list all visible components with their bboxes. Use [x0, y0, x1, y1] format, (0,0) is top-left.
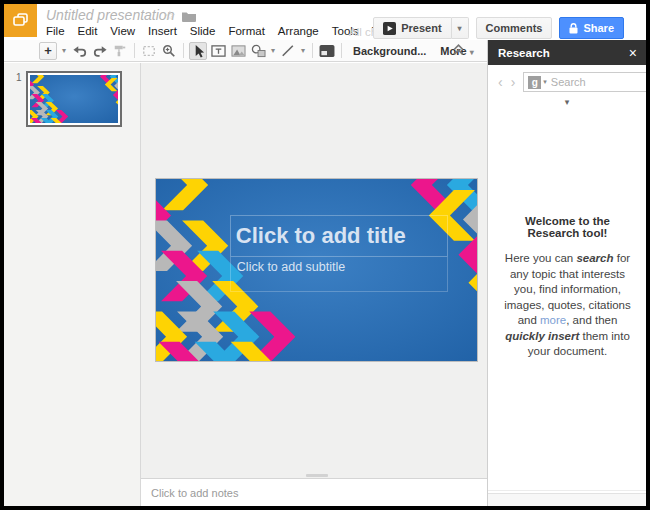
shape-icon [251, 44, 266, 58]
comments-button[interactable]: Comments [476, 17, 553, 39]
search-input[interactable] [551, 76, 650, 88]
cursor-icon [192, 44, 205, 58]
window-frame: Untitled presentation ☆ File Edit View I… [0, 0, 650, 510]
magnifier-icon [162, 44, 176, 58]
line-icon [281, 44, 295, 58]
chevron-down-icon: ▾ [62, 46, 66, 55]
new-slide-dropdown[interactable]: ▾ [59, 42, 69, 60]
menu-item-format[interactable]: Format [228, 25, 264, 37]
title-placeholder[interactable]: Click to add title [230, 215, 448, 257]
notes-placeholder: Click to add notes [151, 487, 238, 499]
research-search-row: ‹ › g ▾ [488, 71, 646, 93]
chevron-down-icon: ▾ [470, 48, 474, 57]
marquee-select-button[interactable] [140, 42, 158, 60]
research-footer-divider [488, 490, 646, 491]
menu-item-view[interactable]: View [110, 25, 135, 37]
subtitle-placeholder[interactable]: Click to add subtitle [230, 257, 448, 292]
google-search-icon[interactable]: g [528, 76, 541, 89]
insert-shape-dropdown[interactable]: ▾ [269, 42, 277, 60]
toolbar-separator [312, 43, 313, 58]
present-button-group: Present ▾ [373, 17, 468, 39]
menu-item-edit[interactable]: Edit [78, 25, 98, 37]
toolbar: + ▾ [4, 40, 487, 62]
new-slide-button[interactable]: + [39, 42, 57, 60]
menu-item-slide[interactable]: Slide [190, 25, 216, 37]
redo-icon [93, 44, 107, 58]
marquee-icon [142, 44, 156, 58]
folder-icon[interactable] [182, 11, 196, 22]
share-button[interactable]: Share [559, 17, 624, 39]
more-link[interactable]: more [540, 314, 566, 326]
image-icon [231, 44, 246, 58]
nav-forward-button[interactable]: › [507, 75, 520, 89]
transition-button[interactable] [318, 42, 336, 60]
toolbar-separator [134, 43, 135, 58]
menu-item-insert[interactable]: Insert [148, 25, 177, 37]
undo-icon [73, 44, 87, 58]
insert-shape-button[interactable] [249, 42, 267, 60]
slide[interactable]: Click to add title Click to add subtitle [155, 178, 478, 362]
text-box-icon [211, 44, 226, 58]
double-chevron-up-icon [452, 43, 465, 56]
search-box: g ▾ [523, 72, 650, 92]
slide-thumbnail[interactable] [26, 71, 122, 127]
header: Untitled presentation ☆ File Edit View I… [4, 4, 646, 40]
menu-item-file[interactable]: File [46, 25, 65, 37]
undo-button[interactable] [71, 42, 89, 60]
research-welcome: Welcome to the Research tool! Here you c… [498, 215, 637, 360]
welcome-title: Welcome to the Research tool! [498, 215, 637, 239]
welcome-paragraph: Here you can search for any topic that i… [498, 251, 637, 360]
lock-icon [569, 23, 578, 34]
toolbar-separator [183, 43, 184, 58]
plus-icon: + [44, 44, 52, 57]
filmstrip: 1 [4, 63, 141, 506]
notes-drag-handle[interactable] [306, 474, 328, 477]
research-title: Research [488, 47, 629, 59]
subtitle-placeholder-text: Click to add subtitle [231, 260, 345, 274]
zoom-button[interactable] [160, 42, 178, 60]
chevron-down-icon: ▾ [301, 46, 305, 55]
chevron-down-icon: ▾ [458, 24, 462, 33]
select-tool-button[interactable] [189, 42, 207, 60]
insert-line-button[interactable] [279, 42, 297, 60]
paint-roller-icon [113, 44, 127, 58]
chevron-down-icon: ▾ [271, 46, 275, 55]
title-placeholder-text: Click to add title [231, 223, 406, 249]
thumbnail-art [30, 75, 118, 123]
slides-logo-icon[interactable] [4, 4, 37, 37]
slide-number: 1 [16, 72, 22, 83]
insert-image-button[interactable] [229, 42, 247, 60]
insert-line-dropdown[interactable]: ▾ [299, 42, 307, 60]
research-panel: Research × ‹ › g ▾ ▾ Welcome to the Rese… [487, 40, 646, 506]
background-button[interactable]: Background... [346, 45, 433, 57]
present-button[interactable]: Present [373, 17, 451, 39]
search-options-caret[interactable]: ▾ [565, 97, 570, 107]
menu-item-arrange[interactable]: Arrange [278, 25, 319, 37]
star-icon[interactable]: ☆ [164, 8, 176, 23]
research-footer [488, 493, 646, 506]
research-header: Research × [488, 40, 646, 65]
close-icon[interactable]: × [629, 45, 646, 61]
search-type-caret-icon[interactable]: ▾ [543, 78, 547, 86]
presentation-title[interactable]: Untitled presentation [46, 7, 174, 23]
present-dropdown-button[interactable]: ▾ [452, 17, 469, 39]
paint-format-button[interactable] [111, 42, 129, 60]
nav-back-button[interactable]: ‹ [494, 75, 507, 89]
notes-area[interactable]: Click to add notes [141, 478, 487, 506]
collapse-toolbar-button[interactable] [452, 43, 465, 56]
present-play-icon [383, 22, 396, 35]
transition-icon [319, 44, 335, 58]
toolbar-separator [341, 43, 342, 58]
canvas: Click to add title Click to add subtitle [141, 63, 487, 478]
redo-button[interactable] [91, 42, 109, 60]
text-box-button[interactable] [209, 42, 227, 60]
